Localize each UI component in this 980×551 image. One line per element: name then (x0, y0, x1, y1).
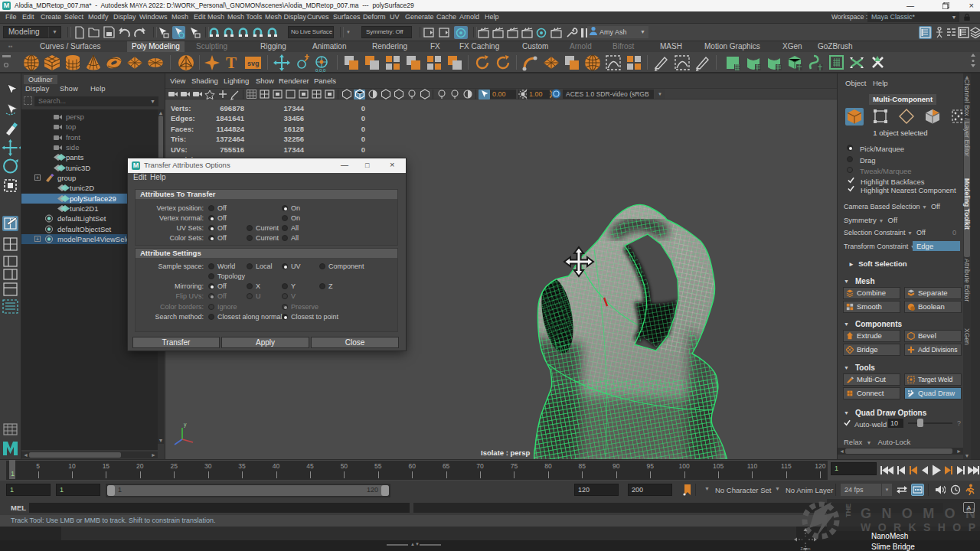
svg-text:0,0,0: 0,0,0 (315, 68, 326, 73)
svg-text:y: y (184, 422, 187, 428)
svg-text:Slime Bridge: Slime Bridge (871, 543, 915, 551)
svg-text:T: T (226, 54, 237, 72)
svg-text:NanoMesh: NanoMesh (871, 532, 908, 540)
svg-text:Zoom: Zoom (801, 546, 811, 551)
svg-text:THE: THE (844, 504, 852, 517)
svg-text:svg: svg (247, 60, 260, 67)
